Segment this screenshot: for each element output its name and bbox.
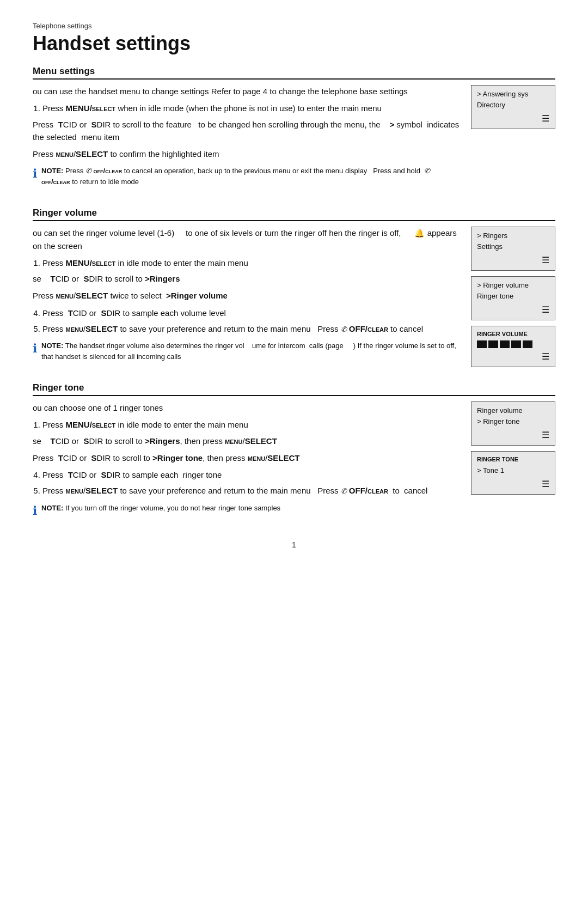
bar-2 xyxy=(488,340,498,348)
page-title: Handset settings xyxy=(33,32,555,55)
ringer-tone-content: ou can choose one of 1 ringer tones Pres… xyxy=(33,401,555,525)
page-number: 1 xyxy=(292,540,296,549)
bar-1 xyxy=(477,340,487,348)
ringer-volume-content: ou can set the ringer volume level (1-6)… xyxy=(33,227,555,367)
page-footer: 1 xyxy=(33,540,555,549)
ringer-tone-step-5: Press menu/SELECT to save your preferenc… xyxy=(42,484,460,497)
bar-4 xyxy=(511,340,521,348)
menu-note: ℹ NOTE: Press ✆ off/clear to cancel an o… xyxy=(33,166,460,187)
screen-item-answering: > Answering sys xyxy=(477,89,549,100)
menu-sidebar: > Answering sys Directory ☰ xyxy=(471,85,555,192)
screen-ringers-icon: ☰ xyxy=(477,254,549,267)
screen-ringer-tone-2-icon: ☰ xyxy=(477,478,549,491)
ringer-vol-note: ℹ NOTE: The handset ringer volume also d… xyxy=(33,340,460,362)
screen-item-directory: Directory xyxy=(477,100,549,111)
screen-menu-icon: ☰ xyxy=(477,112,549,125)
ringer-vol-note-text: NOTE: The handset ringer volume also det… xyxy=(41,340,460,362)
menu-settings-content: ou can use the handset menu to change se… xyxy=(33,85,555,192)
ringer-tone-note-text: NOTE: If you turn off the ringer volume,… xyxy=(41,503,280,514)
bar-3 xyxy=(500,340,510,348)
menu-note-text: NOTE: Press ✆ off/clear to cancel an ope… xyxy=(41,166,460,187)
ringer-tone-label: RINGER TONE xyxy=(477,455,549,464)
ringer-vol-step-2: se TCID or SDIR to scroll to >Ringers Pr… xyxy=(33,272,460,302)
menu-bold-1: MENU/select xyxy=(66,104,116,113)
ringer-tone-main: ou can choose one of 1 ringer tones Pres… xyxy=(33,401,460,525)
ringer-vol-step-4: Press TCID or SDIR to sample each volume… xyxy=(42,307,460,319)
ringer-vol-sidebar: > Ringers Settings ☰ > Ringer volume Rin… xyxy=(471,227,555,367)
ringer-vol-label: RINGER VOLUME xyxy=(477,330,549,339)
screen-item-tone1: > Tone 1 xyxy=(477,465,549,476)
section-ringer-volume: Ringer volume ou can set the ringer volu… xyxy=(33,208,555,367)
ringer-vol-steps: Press MENU/select in idle mode to enter … xyxy=(42,257,460,335)
ringer-tone-step-1: Press MENU/select in idle mode to enter … xyxy=(42,418,460,431)
menu-step-1: Press MENU/select when in idle mode (whe… xyxy=(42,102,460,114)
screen-ringer-vol-icon: ☰ xyxy=(477,303,549,316)
menu-step-3: Press menu/SELECT to confirm the highlig… xyxy=(33,148,460,160)
section-heading-menu: Menu settings xyxy=(33,66,555,80)
info-icon-2: ℹ xyxy=(33,339,37,357)
screen-item-settings: Settings xyxy=(477,241,549,252)
ringer-vol-bars-display xyxy=(477,340,549,348)
ringer-vol-step-1: Press MENU/select in idle mode to enter … xyxy=(42,257,460,269)
ringer-vol-step-5: Press menu/SELECT to save your preferenc… xyxy=(42,322,460,335)
ringer-tone-step-2: se TCID or SDIR to scroll to >Ringers, t… xyxy=(33,435,460,465)
info-icon: ℹ xyxy=(33,165,37,182)
screen-item-ringer-tone: Ringer tone xyxy=(477,291,549,302)
section-heading-ringer-tone: Ringer tone xyxy=(33,382,555,396)
screen-ringers-1: > Ringers Settings ☰ xyxy=(471,227,555,271)
menu-settings-main: ou can use the handset menu to change se… xyxy=(33,85,460,192)
screen-ringer-tone-1: Ringer volume > Ringer tone ☰ xyxy=(471,401,555,446)
screen-ringer-vol-bars: RINGER VOLUME ☰ xyxy=(471,326,555,367)
section-menu-settings: Menu settings ou can use the handset men… xyxy=(33,66,555,192)
screen-ringer-vol-2: > Ringer volume Ringer tone ☰ xyxy=(471,276,555,320)
screen-ringer-tone-2: RINGER TONE > Tone 1 ☰ xyxy=(471,451,555,495)
ringer-tone-intro: ou can choose one of 1 ringer tones xyxy=(33,401,460,414)
screen-item-ringer-volume-label: Ringer volume xyxy=(477,405,549,416)
screen-item-ringers: > Ringers xyxy=(477,230,549,241)
screen-ringer-tone-icon: ☰ xyxy=(477,429,549,442)
ringer-vol-intro: ou can set the ringer volume level (1-6)… xyxy=(33,227,460,252)
ringer-tone-steps: Press MENU/select in idle mode to enter … xyxy=(42,418,460,497)
menu-intro: ou can use the handset menu to change se… xyxy=(33,85,460,98)
bar-5 xyxy=(523,340,532,348)
screen-ringer-bars-icon: ☰ xyxy=(477,350,549,363)
screen-item-ringer-tone-selected: > Ringer tone xyxy=(477,416,549,427)
section-heading-ringer-vol: Ringer volume xyxy=(33,208,555,221)
menu-steps-list: Press MENU/select when in idle mode (whe… xyxy=(42,102,460,160)
ringer-volume-main: ou can set the ringer volume level (1-6)… xyxy=(33,227,460,367)
screen-item-ringer-vol: > Ringer volume xyxy=(477,280,549,291)
ringer-tone-note: ℹ NOTE: If you turn off the ringer volum… xyxy=(33,503,460,520)
menu-step-2: Press TCID or SDIR to scroll to the feat… xyxy=(33,118,460,144)
ringer-tone-sidebar: Ringer volume > Ringer tone ☰ RINGER TON… xyxy=(471,401,555,525)
info-icon-3: ℹ xyxy=(33,502,37,520)
page-subtitle: Telephone settings xyxy=(33,22,555,30)
section-ringer-tone: Ringer tone ou can choose one of 1 ringe… xyxy=(33,382,555,525)
screen-menu-1: > Answering sys Directory ☰ xyxy=(471,85,555,129)
ringer-tone-step-4: Press TCID or SDIR to sample each ringer… xyxy=(42,468,460,481)
